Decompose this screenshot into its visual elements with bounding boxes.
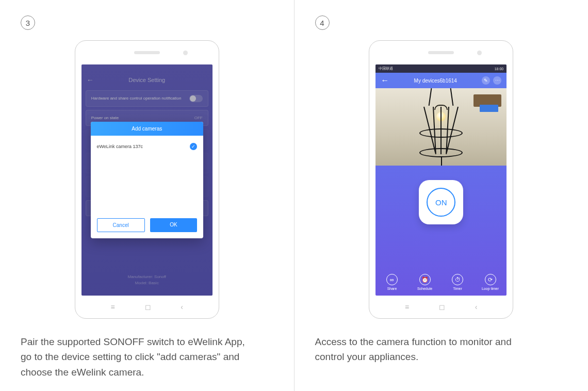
share-icon: ∞ bbox=[386, 274, 398, 285]
tab-schedule[interactable]: ⏰ Schedule bbox=[409, 274, 442, 290]
add-cameras-modal: Add cameras eWeLink camera 137c ✓ Cancel bbox=[91, 122, 203, 238]
camera-option-row[interactable]: eWeLink camera 137c ✓ bbox=[97, 141, 197, 152]
tab-loop-timer[interactable]: ⟳ Loop timer bbox=[474, 274, 507, 290]
tab-share[interactable]: ∞ Share bbox=[375, 274, 409, 290]
step-3-caption: Pair the supported SONOFF switch to eWel… bbox=[21, 334, 248, 380]
device-control-screen: 中国联通 18:00 ← My devices6b1614 ✎ ⋯ bbox=[375, 64, 507, 296]
more-icon[interactable]: ⋯ bbox=[493, 76, 501, 85]
front-camera bbox=[477, 51, 482, 55]
speaker bbox=[134, 51, 160, 54]
tab-timer-label: Timer bbox=[453, 287, 462, 290]
instruction-container: 3 ← Device Setting bbox=[0, 0, 588, 391]
power-label: ON bbox=[427, 188, 455, 217]
feed-scene-box bbox=[480, 105, 498, 112]
screen-header: ← My devices6b1614 ✎ ⋯ bbox=[375, 73, 507, 88]
tab-schedule-label: Schedule bbox=[417, 287, 432, 290]
modal-footer: Cancel OK bbox=[91, 213, 203, 238]
side-button-1 bbox=[513, 103, 513, 131]
recent-apps-icon[interactable]: ≡ bbox=[111, 303, 115, 311]
phone-top-3 bbox=[75, 41, 219, 64]
tab-timer[interactable]: ⏱ Timer bbox=[441, 274, 474, 290]
phone-top-4 bbox=[369, 41, 513, 64]
tab-loop-label: Loop timer bbox=[482, 287, 499, 290]
carrier-text: 中国联通 bbox=[379, 66, 393, 71]
status-bar: 中国联通 18:00 bbox=[375, 64, 507, 73]
step-4-badge: 4 bbox=[315, 15, 330, 30]
cancel-button[interactable]: Cancel bbox=[97, 218, 145, 232]
screen-4: 中国联通 18:00 ← My devices6b1614 ✎ ⋯ bbox=[375, 64, 507, 296]
recent-apps-icon[interactable]: ≡ bbox=[405, 303, 409, 311]
step-4-caption: Access to the camera function to monitor… bbox=[315, 334, 542, 365]
screen-3: ← Device Setting Hardware and share cont… bbox=[81, 64, 213, 296]
home-icon[interactable]: ◻ bbox=[439, 303, 445, 311]
step-3-badge: 3 bbox=[21, 15, 35, 30]
schedule-icon: ⏰ bbox=[419, 274, 431, 285]
status-time: 18:00 bbox=[495, 67, 504, 71]
back-icon[interactable]: ← bbox=[381, 76, 389, 85]
front-camera bbox=[183, 51, 188, 55]
back-nav-icon[interactable]: ‹ bbox=[181, 303, 183, 311]
device-title: My devices6b1614 bbox=[389, 78, 482, 84]
modal-overlay: Add cameras eWeLink camera 137c ✓ Cancel bbox=[81, 64, 213, 296]
power-button-wrap: ON bbox=[375, 180, 507, 224]
phone-wrap-4: 中国联通 18:00 ← My devices6b1614 ✎ ⋯ bbox=[315, 40, 568, 319]
edit-icon[interactable]: ✎ bbox=[482, 76, 490, 85]
phone-wrap-3: ← Device Setting Hardware and share cont… bbox=[21, 40, 273, 319]
header-actions: ✎ ⋯ bbox=[482, 76, 501, 85]
modal-body: eWeLink camera 137c ✓ bbox=[91, 136, 203, 213]
loop-icon: ⟳ bbox=[485, 274, 496, 285]
timer-icon: ⏱ bbox=[452, 274, 463, 285]
android-nav-3: ≡ ◻ ‹ bbox=[75, 296, 219, 318]
power-button[interactable]: ON bbox=[419, 180, 463, 224]
back-nav-icon[interactable]: ‹ bbox=[475, 303, 478, 311]
android-nav-4: ≡ ◻ ‹ bbox=[369, 296, 513, 318]
camera-name: eWeLink camera 137c bbox=[97, 144, 143, 149]
side-button-2 bbox=[219, 136, 219, 172]
feed-scene-lamp bbox=[420, 95, 462, 157]
step-3-panel: 3 ← Device Setting bbox=[0, 0, 294, 391]
check-icon: ✓ bbox=[190, 143, 197, 150]
modal-title: Add cameras bbox=[91, 122, 203, 136]
device-setting-screen: ← Device Setting Hardware and share cont… bbox=[81, 64, 213, 296]
side-button-2 bbox=[513, 136, 513, 172]
ok-button[interactable]: OK bbox=[150, 218, 197, 232]
home-icon[interactable]: ◻ bbox=[145, 303, 151, 311]
camera-feed[interactable] bbox=[375, 88, 507, 166]
phone-3: ← Device Setting Hardware and share cont… bbox=[75, 40, 219, 319]
bottom-tabs: ∞ Share ⏰ Schedule ⏱ Timer bbox=[375, 274, 507, 290]
step-4-panel: 4 中国联通 18:00 ← bbox=[295, 0, 589, 391]
tab-share-label: Share bbox=[387, 287, 397, 290]
phone-4: 中国联通 18:00 ← My devices6b1614 ✎ ⋯ bbox=[369, 40, 513, 319]
side-button-1 bbox=[219, 103, 219, 131]
speaker bbox=[428, 51, 454, 54]
